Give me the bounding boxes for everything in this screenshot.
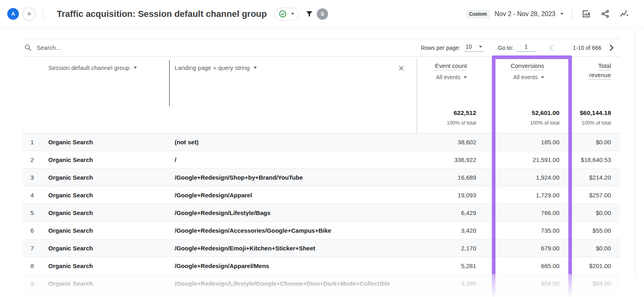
dimension-header-channel-group[interactable]: Session default channel group [48, 64, 137, 71]
event-count-cell: 5,281 [461, 257, 476, 274]
add-comparison-button[interactable] [23, 8, 35, 20]
row-index-cell: 3 [23, 169, 42, 186]
date-range-selector[interactable]: Nov 2 - Nov 28, 2023 [495, 10, 555, 18]
total-revenue-cell: $0.00 [596, 240, 611, 257]
row-index-cell: 5 [23, 204, 42, 221]
total-revenue-cell: $214.20 [589, 169, 611, 186]
metric-event-filter[interactable]: All events [513, 74, 544, 80]
channel-group-cell: Organic Search [48, 275, 93, 292]
total-revenue-cell: $84.00 [592, 275, 611, 292]
row-index-cell: 9 [23, 275, 42, 292]
total-revenue-cell: $0.00 [596, 204, 611, 221]
metric-header-event-count[interactable]: Event count All events [435, 61, 467, 80]
account-avatar[interactable]: A [7, 8, 19, 20]
dimension-header-landing-page[interactable]: Landing page + query string [175, 64, 257, 71]
conversions-cell: 21,591.00 [533, 151, 559, 168]
totals-percent: 100% of total [582, 120, 611, 126]
dimension-header-label: Session default channel group [48, 64, 130, 71]
totals-event-count: 622,512 100% of total [447, 109, 476, 126]
next-page-button[interactable] [607, 43, 616, 52]
ga4-report-screen: A Traffic acquisition: Session default c… [0, 0, 644, 297]
table-toolbar: Rows per page: 10 Go to: 1-10 of 666 [23, 39, 620, 57]
table-row: 8Organic Search/Google+Redesign/Apparel/… [23, 257, 620, 275]
table-row: 3Organic Search/Google+Redesign/Shop+by+… [23, 169, 620, 186]
chevron-down-icon [541, 76, 544, 78]
row-index-cell: 4 [23, 186, 42, 204]
landing-page-cell: (not set) [175, 133, 198, 151]
channel-group-cell: Organic Search [48, 222, 93, 239]
metric-event-filter[interactable]: All events [436, 74, 467, 80]
chevron-down-icon[interactable] [560, 13, 564, 15]
metric-header-total-revenue[interactable]: Total revenue [581, 61, 611, 80]
row-index-cell: 2 [23, 151, 42, 168]
metric-title: Event count [435, 61, 467, 70]
pagination-controls: Rows per page: 10 Go to: 1-10 of 666 [421, 43, 616, 52]
chevron-down-icon [254, 67, 257, 69]
landing-page-cell: /Google+Redesign/Lifestyle/Bags [175, 204, 270, 221]
totals-conversions: 52,601.00 100% of total [530, 109, 559, 126]
channel-group-cell: Organic Search [48, 257, 93, 274]
row-index-cell: 6 [23, 222, 42, 239]
table-row: 2Organic Search/336,92221,591.00$18,640.… [23, 151, 620, 169]
chevron-down-icon [464, 76, 467, 78]
metric-event-filter-label: All events [436, 74, 460, 80]
row-index-cell: 1 [23, 133, 42, 151]
insights-button[interactable] [619, 9, 630, 19]
event-count-cell: 3,285 [461, 275, 476, 292]
landing-page-cell: /Google+Redesign/Accessories/Google+Camp… [175, 222, 331, 239]
go-to-label: Go to: [498, 45, 513, 51]
rows-per-page-label: Rows per page: [421, 45, 460, 51]
search-box[interactable] [24, 44, 149, 51]
event-count-cell: 2,170 [461, 240, 476, 257]
share-icon [601, 9, 610, 18]
collaborator-avatar[interactable]: S [317, 8, 328, 20]
total-revenue-cell: $0.00 [596, 133, 611, 151]
metric-event-filter-label: All events [513, 74, 538, 80]
share-report-button[interactable] [601, 9, 610, 18]
previous-page-button[interactable] [547, 43, 556, 52]
channel-group-cell: Organic Search [48, 240, 93, 257]
row-index-cell: 7 [23, 240, 42, 257]
rows-per-page-value: 10 [465, 43, 472, 50]
rows-per-page-select[interactable]: 10 [464, 43, 483, 52]
metric-title: Conversions [511, 61, 544, 70]
page-title: Traffic acquisition: Session default cha… [57, 9, 267, 19]
dimension-header-label: Landing page + query string [175, 64, 250, 71]
scrollbar-track[interactable] [635, 30, 635, 297]
metric-title: Total revenue [581, 61, 611, 80]
totals-value: 52,601.00 [532, 109, 559, 117]
table-row: 9Organic Search/Google+Redesign/Lifestyl… [23, 275, 620, 293]
filter-funnel-icon [305, 10, 314, 18]
conversions-cell: 665.00 [541, 257, 559, 274]
search-input[interactable] [37, 44, 149, 51]
remove-dimension-button[interactable] [398, 65, 405, 72]
table-row: 6Organic Search/Google+Redesign/Accessor… [23, 222, 620, 240]
channel-group-cell: Organic Search [48, 204, 93, 221]
landing-page-cell: /Google+Redesign/Emoji+Kitchen+Sticker+S… [175, 240, 315, 257]
chevron-right-icon [607, 43, 616, 52]
insights-icon [619, 9, 630, 19]
row-index-cell: 8 [23, 257, 42, 274]
go-to-page-input[interactable] [516, 43, 536, 52]
totals-value: $60,144.18 [580, 109, 611, 117]
totals-total-revenue: $60,144.18 100% of total [580, 109, 611, 126]
event-count-cell: 336,922 [454, 151, 476, 168]
landing-page-cell: /Google+Redesign/Apparel [175, 186, 252, 204]
report-status-pill[interactable] [274, 8, 299, 20]
header-divider [572, 8, 572, 20]
landing-page-cell: / [175, 151, 176, 168]
conversions-cell: 735.00 [541, 222, 559, 239]
app-header: A Traffic acquisition: Session default c… [0, 0, 644, 28]
landing-page-cell: /Google+Redesign/Apparel/Mens [175, 257, 269, 274]
event-count-cell: 38,602 [458, 133, 476, 151]
add-filter-button[interactable] [305, 10, 314, 18]
metric-header-conversions[interactable]: Conversions All events [511, 61, 544, 80]
total-revenue-cell: $257.00 [589, 186, 611, 204]
event-count-cell: 6,429 [461, 204, 476, 221]
event-count-cell: 16,689 [458, 169, 476, 186]
totals-percent: 100% of total [447, 120, 476, 126]
customize-report-button[interactable] [582, 9, 591, 18]
totals-percent: 100% of total [530, 120, 559, 126]
landing-page-cell: /Google+Redesign/Lifestyle/Google+Chrome… [175, 275, 390, 292]
date-range-type-badge: Custom [466, 10, 490, 18]
